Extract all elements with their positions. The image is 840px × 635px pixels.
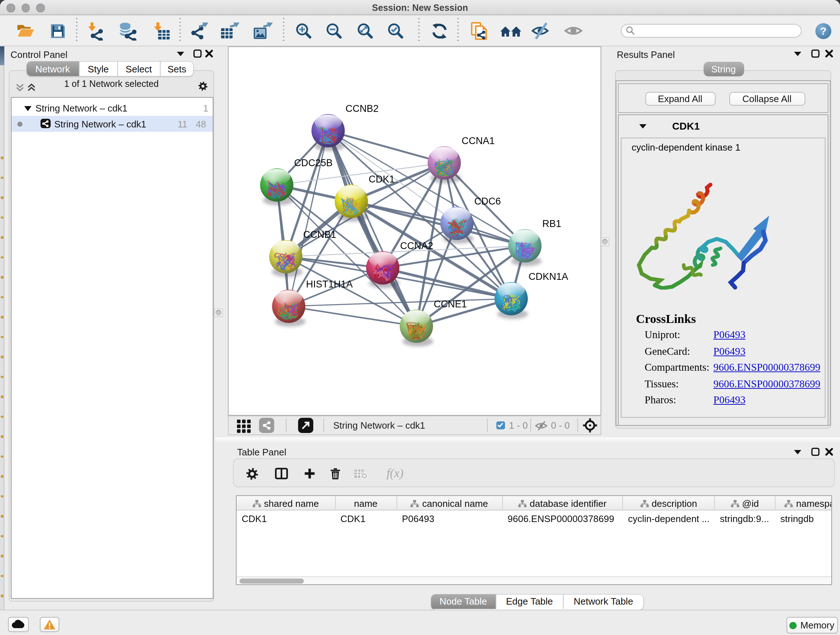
import-network-file-button[interactable]	[84, 20, 106, 42]
search-input[interactable]	[635, 26, 786, 36]
export-table-button[interactable]	[218, 20, 240, 42]
cloud-status-button[interactable]	[8, 616, 28, 632]
result-section-header[interactable]: CDK1	[619, 115, 828, 138]
results-panel-float-button[interactable]	[793, 49, 802, 59]
open-file-button[interactable]	[14, 20, 36, 42]
edge-strip-dot	[1, 535, 3, 537]
import-table-file-button[interactable]	[150, 20, 172, 42]
collapse-all-button[interactable]: Collapse All	[729, 92, 805, 106]
open-view-in-window-button[interactable]	[298, 418, 313, 433]
network-list-options-button[interactable]	[198, 81, 208, 91]
first-neighbors-button[interactable]	[500, 20, 521, 42]
crosslink-link[interactable]: P06493	[714, 329, 745, 341]
tab-edge-table[interactable]: Edge Table	[496, 594, 564, 608]
crosslink-link[interactable]: P06493	[714, 345, 745, 357]
network-view-canvas[interactable]: CCNB2CCNA1CDC25BCDK1CDC6RB1CCNB1CCNA2CDK…	[227, 46, 601, 415]
tab-network[interactable]: Network	[27, 62, 80, 76]
table-panel-maximize-button[interactable]	[811, 447, 820, 456]
import-table-disabled-button[interactable]	[351, 466, 370, 481]
crosslink-link[interactable]: 9606.ENSP00000378699	[714, 361, 821, 374]
tab-network-table[interactable]: Network Table	[564, 594, 643, 608]
column-header-@id[interactable]: @id	[715, 496, 775, 510]
zoom-in-button[interactable]	[292, 20, 314, 42]
results-buttons-box: Expand All Collapse All	[618, 83, 829, 113]
results-panel-maximize-button[interactable]	[811, 49, 820, 58]
column-header-description[interactable]: description	[623, 496, 715, 510]
crosslink-link[interactable]: 9606.ENSP00000378699	[714, 378, 821, 390]
table-panel-float-button[interactable]	[793, 448, 802, 457]
tab-sets[interactable]: Sets	[161, 62, 193, 76]
left-splitter-grip[interactable]	[214, 308, 223, 317]
export-network-button[interactable]	[188, 20, 210, 42]
network-bar-separator	[577, 418, 578, 432]
network-share-button[interactable]	[259, 418, 274, 433]
column-header-database-identifier[interactable]: database identifier	[502, 496, 623, 510]
table-settings-button[interactable]	[242, 466, 261, 481]
node-CCNB2[interactable]: CCNB2	[311, 103, 378, 151]
table-cell[interactable]: CDK1	[237, 511, 335, 526]
show-all-button[interactable]	[562, 20, 584, 42]
network-loaded-dot	[17, 121, 22, 126]
right-splitter-grip[interactable]	[600, 237, 609, 246]
save-session-button[interactable]	[47, 20, 68, 42]
copy-style-button[interactable]	[468, 20, 490, 42]
memory-button[interactable]: Memory	[786, 617, 838, 633]
node-RB1[interactable]: RB1	[508, 218, 561, 266]
control-panel-float-button[interactable]	[176, 49, 185, 59]
edge-strip-dot	[1, 515, 3, 517]
results-panel-close-button[interactable]	[824, 49, 834, 58]
node-HIST1H1A[interactable]: HIST1H1A	[272, 279, 352, 326]
birdseye-toggle-button[interactable]	[581, 417, 598, 434]
node-label-CCNA1: CCNA1	[461, 135, 494, 146]
expand-all-button[interactable]: Expand All	[645, 92, 715, 106]
export-image-button[interactable]	[252, 20, 274, 42]
function-builder-button[interactable]: f(x)	[383, 466, 407, 481]
column-header-canonical-name[interactable]: canonical name	[397, 496, 502, 510]
help-button[interactable]: ?	[815, 23, 831, 39]
table-cell[interactable]: cyclin-dependent ...	[623, 511, 715, 526]
import-network-database-button[interactable]	[118, 20, 139, 42]
crosslink-link[interactable]: P06493	[714, 394, 745, 406]
search-field[interactable]	[621, 24, 802, 37]
table-cell[interactable]: stringdb:9...	[715, 511, 775, 526]
node-CDC25B[interactable]: CDC25B	[260, 157, 332, 205]
selected-checkbox[interactable]	[496, 421, 505, 429]
node-CCNE1[interactable]: CCNE1	[399, 299, 467, 347]
tab-select[interactable]: Select	[118, 62, 161, 76]
table-horizontal-scrollbar[interactable]	[237, 576, 831, 584]
apply-layout-button[interactable]	[429, 20, 450, 42]
column-header-name[interactable]: name	[335, 496, 397, 510]
add-column-button[interactable]	[300, 466, 319, 481]
control-panel-maximize-button[interactable]	[193, 49, 202, 58]
tab-style[interactable]: Style	[80, 62, 118, 76]
table-cell[interactable]: 9606.ENSP00000378699	[502, 511, 623, 526]
table-panel-close-button[interactable]	[824, 447, 834, 456]
results-tab-string[interactable]: String	[704, 62, 744, 76]
section-collapse-arrow[interactable]	[638, 124, 646, 129]
scrollbar-thumb[interactable]	[240, 578, 304, 584]
control-panel-close-button[interactable]	[204, 49, 213, 58]
column-header-shared-name[interactable]: shared name	[237, 496, 335, 510]
hide-selected-button[interactable]	[530, 20, 552, 42]
edge-strip-dot	[1, 196, 3, 199]
node-CDKN1A[interactable]: CDKN1A	[494, 271, 568, 319]
zoom-selected-button[interactable]	[384, 20, 406, 42]
node-CCNB1[interactable]: CCNB1	[269, 229, 336, 277]
table-cell[interactable]: P06493	[397, 511, 502, 526]
node-CCNA1[interactable]: CCNA1	[427, 135, 494, 183]
zoom-fit-button[interactable]	[354, 20, 376, 42]
zoom-out-button[interactable]	[323, 20, 344, 42]
table-cell[interactable]: CDK1	[335, 511, 397, 526]
edge-CCNB2-CCNE1[interactable]	[328, 131, 416, 326]
protein-structure-image	[629, 178, 775, 290]
birdseye-grid-button[interactable]	[235, 417, 252, 434]
show-columns-button[interactable]	[272, 466, 291, 481]
table-cell[interactable]: stringdb	[775, 511, 832, 526]
network-collection-row[interactable]: String Network – cdk1 1	[11, 100, 213, 116]
warnings-button[interactable]	[39, 616, 59, 632]
delete-column-button[interactable]	[325, 466, 344, 481]
collection-expand-arrow[interactable]	[24, 105, 32, 111]
column-header-namespace[interactable]: namespace	[775, 496, 832, 510]
tab-node-table[interactable]: Node Table	[431, 594, 496, 608]
network-row-selected[interactable]: String Network – cdk1 11 48	[11, 116, 213, 131]
